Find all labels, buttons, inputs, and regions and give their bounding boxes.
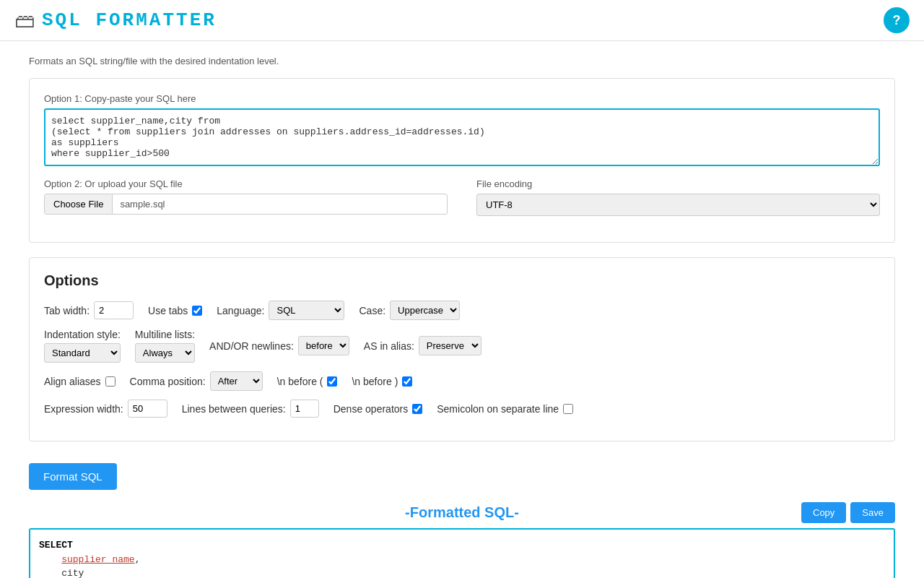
indentation-style-select[interactable]: Standard Compact [44, 343, 121, 363]
comma-position-label: Comma position: [130, 376, 206, 387]
tab-width-label: Tab width: [44, 305, 90, 316]
subtitle: Formats an SQL string/file with the desi… [29, 56, 895, 66]
n-before-close-block: \n before ) [352, 371, 412, 391]
and-or-newlines-select[interactable]: before after [298, 336, 349, 355]
main-content: Formats an SQL string/file with the desi… [0, 41, 924, 578]
language-label: Language: [217, 305, 264, 316]
file-name-display: sample.sql [113, 194, 447, 214]
result-title: -Formatted SQL- [405, 504, 519, 521]
align-aliases-block: Align aliases [44, 371, 116, 391]
encoding-select[interactable]: UTF-8 UTF-16 ISO-8859-1 [476, 194, 880, 216]
options-title: Options [44, 272, 880, 289]
help-button[interactable]: ? [884, 7, 910, 33]
align-aliases-checkbox[interactable] [105, 376, 116, 387]
result-actions: Copy Save [801, 502, 895, 523]
indentation-style-label: Indentation style: [44, 329, 121, 340]
n-before-open-label: \n before ( [277, 376, 323, 387]
multiline-lists-block: Multiline lists: Always Never Auto [135, 329, 195, 363]
app-header: 🗃 SQL FORMATTER ? [0, 0, 924, 41]
expression-width-input[interactable] [128, 400, 167, 418]
file-encoding-label: File encoding [476, 178, 880, 189]
as-in-alias-block: AS in alias: Preserve Always Never [364, 329, 481, 363]
n-before-open-block: \n before ( [277, 371, 338, 391]
use-tabs-label: Use tabs [148, 305, 188, 316]
input-card: Option 1: Copy-paste your SQL here Optio… [29, 78, 895, 243]
logo-text: SQL FORMATTER [42, 9, 217, 31]
copy-button[interactable]: Copy [801, 502, 846, 523]
case-label: Case: [359, 305, 385, 316]
as-in-alias-select[interactable]: Preserve Always Never [419, 336, 481, 355]
file-upload-col: Option 2: Or upload your SQL file Choose… [44, 178, 448, 215]
n-before-close-checkbox[interactable] [402, 376, 412, 387]
use-tabs-checkbox[interactable] [192, 306, 202, 316]
language-block: Language: SQL MySQL PostgreSQL N1QL DB2 … [217, 301, 344, 320]
format-sql-button[interactable]: Format SQL [29, 463, 117, 490]
semicolon-separate-checkbox[interactable] [563, 404, 573, 414]
sql-input[interactable] [44, 108, 880, 166]
format-button-area: Format SQL [29, 456, 895, 490]
tab-width-block: Tab width: [44, 301, 134, 320]
dense-operators-checkbox[interactable] [412, 404, 422, 414]
and-or-newlines-label: AND/OR newlines: [209, 340, 294, 352]
align-aliases-label: Align aliases [44, 376, 101, 387]
expression-width-block: Expression width: [44, 400, 167, 418]
indentation-style-block: Indentation style: Standard Compact [44, 329, 121, 363]
use-tabs-block: Use tabs [148, 301, 202, 320]
semicolon-separate-label: Semicolon on separate line [437, 403, 559, 415]
comma-position-block: Comma position: After Before [130, 371, 263, 391]
sql-output-pre: SELECT supplier_name, city FROM ( SELECT… [39, 538, 885, 578]
as-in-alias-label: AS in alias: [364, 340, 414, 352]
logo-icon: 🗃 [14, 9, 35, 33]
case-block: Case: Uppercase Lowercase Preserve [359, 301, 460, 320]
n-before-open-checkbox[interactable] [327, 376, 337, 387]
options-row2: Indentation style: Standard Compact Mult… [44, 329, 880, 363]
save-button[interactable]: Save [850, 502, 895, 523]
option1-label: Option 1: Copy-paste your SQL here [44, 93, 880, 104]
options-row3: Align aliases Comma position: After Befo… [44, 371, 880, 391]
lines-between-queries-label: Lines between queries: [182, 403, 286, 415]
result-section: -Formatted SQL- Copy Save SELECT supplie… [29, 504, 895, 578]
case-select[interactable]: Uppercase Lowercase Preserve [390, 301, 460, 320]
sql-output[interactable]: SELECT supplier_name, city FROM ( SELECT… [29, 528, 895, 578]
logo-area: 🗃 SQL FORMATTER [14, 9, 217, 33]
lines-between-queries-input[interactable] [290, 400, 319, 418]
dense-operators-block: Dense operators [334, 400, 423, 418]
lines-between-queries-block: Lines between queries: [182, 400, 319, 418]
file-encoding-row: Option 2: Or upload your SQL file Choose… [44, 178, 880, 216]
file-input-wrapper: Choose File sample.sql [44, 194, 448, 215]
result-header: -Formatted SQL- Copy Save [29, 504, 895, 521]
and-or-newlines-block: AND/OR newlines: before after [209, 329, 349, 363]
options-row4: Expression width: Lines between queries:… [44, 400, 880, 418]
expression-width-label: Expression width: [44, 403, 123, 415]
n-before-close-label: \n before ) [352, 376, 398, 387]
language-select[interactable]: SQL MySQL PostgreSQL N1QL DB2 PL/SQL [269, 301, 344, 320]
multiline-lists-label: Multiline lists: [135, 329, 195, 340]
multiline-lists-select[interactable]: Always Never Auto [135, 343, 195, 363]
options-row1: Tab width: Use tabs Language: SQL MySQL … [44, 301, 880, 320]
options-section: Options Tab width: Use tabs Language: SQ… [29, 257, 895, 441]
encoding-col: File encoding UTF-8 UTF-16 ISO-8859-1 [476, 178, 880, 216]
choose-file-button[interactable]: Choose File [45, 194, 113, 214]
tab-width-input[interactable] [94, 301, 134, 319]
dense-operators-label: Dense operators [334, 403, 409, 415]
comma-position-select[interactable]: After Before [210, 371, 263, 391]
option2-label: Option 2: Or upload your SQL file [44, 178, 448, 189]
semicolon-separate-block: Semicolon on separate line [437, 400, 573, 418]
